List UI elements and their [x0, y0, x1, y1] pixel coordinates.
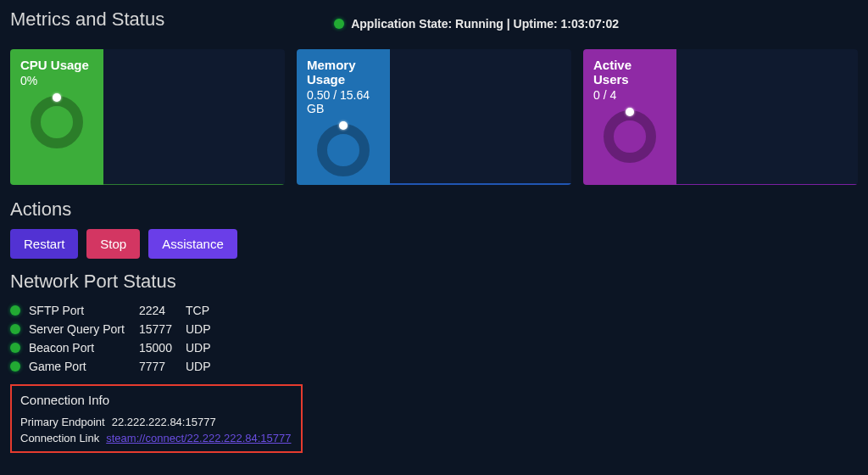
port-status-dot-icon: [10, 305, 20, 316]
port-row: SFTP Port 2224 TCP: [10, 301, 858, 320]
port-name: SFTP Port: [29, 304, 131, 317]
cpu-card: CPU Usage 0%: [10, 49, 285, 185]
users-label: Active Users: [593, 58, 666, 87]
port-name: Game Port: [29, 360, 131, 373]
port-number: 15777: [139, 322, 177, 336]
memory-chart-area: [390, 49, 571, 185]
actions-title: Actions: [10, 198, 858, 221]
cpu-value: 0%: [20, 74, 37, 87]
uptime-value: 1:03:07:02: [561, 17, 620, 31]
cpu-label: CPU Usage: [20, 58, 89, 72]
port-name: Server Query Port: [29, 322, 131, 336]
port-number: 2224: [139, 304, 177, 317]
users-gauge-icon: [604, 110, 656, 163]
port-name: Beacon Port: [29, 341, 131, 355]
endpoint-label: Primary Endpoint: [20, 416, 105, 428]
port-protocol: UDP: [186, 360, 220, 373]
port-protocol: UDP: [186, 322, 220, 336]
port-row: Server Query Port 15777 UDP: [10, 320, 858, 338]
connection-link[interactable]: steam://connect/22.222.222.84:15777: [106, 432, 291, 444]
status-dot-icon: [334, 19, 344, 29]
users-card: Active Users 0 / 4: [583, 49, 858, 185]
cpu-chart-area: [103, 49, 285, 185]
port-status-dot-icon: [10, 343, 20, 353]
cpu-gauge-icon: [31, 96, 83, 148]
ports-list: SFTP Port 2224 TCP Server Query Port 157…: [10, 301, 858, 376]
page-title: Metrics and Status: [10, 8, 164, 31]
memory-value: 0.50 / 15.64 GB: [307, 88, 380, 115]
uptime-prefix: | Uptime:: [507, 17, 558, 31]
memory-gauge-icon: [317, 124, 370, 176]
port-row: Game Port 7777 UDP: [10, 357, 858, 376]
port-number: 7777: [139, 360, 177, 373]
endpoint-value: 22.222.222.84:15777: [112, 416, 216, 428]
app-state-value: Running: [455, 17, 504, 31]
network-title: Network Port Status: [10, 271, 858, 293]
port-protocol: UDP: [186, 341, 220, 355]
app-state-prefix: Application State:: [351, 17, 452, 31]
port-status-dot-icon: [10, 361, 20, 372]
stop-button[interactable]: Stop: [86, 229, 140, 259]
port-number: 15000: [139, 341, 177, 355]
port-protocol: TCP: [186, 304, 220, 317]
users-value: 0 / 4: [593, 88, 616, 102]
users-chart-area: [676, 49, 858, 185]
port-row: Beacon Port 15000 UDP: [10, 338, 858, 357]
connection-title: Connection Info: [20, 393, 292, 407]
memory-card: Memory Usage 0.50 / 15.64 GB: [297, 49, 571, 185]
memory-label: Memory Usage: [307, 58, 380, 87]
app-state: Application State: Running | Uptime: 1:0…: [334, 17, 619, 31]
port-status-dot-icon: [10, 324, 20, 334]
assistance-button[interactable]: Assistance: [148, 229, 237, 259]
restart-button[interactable]: Restart: [10, 229, 78, 259]
connection-link-label: Connection Link: [20, 432, 99, 444]
connection-info-box: Connection Info Primary Endpoint 22.222.…: [10, 384, 303, 453]
